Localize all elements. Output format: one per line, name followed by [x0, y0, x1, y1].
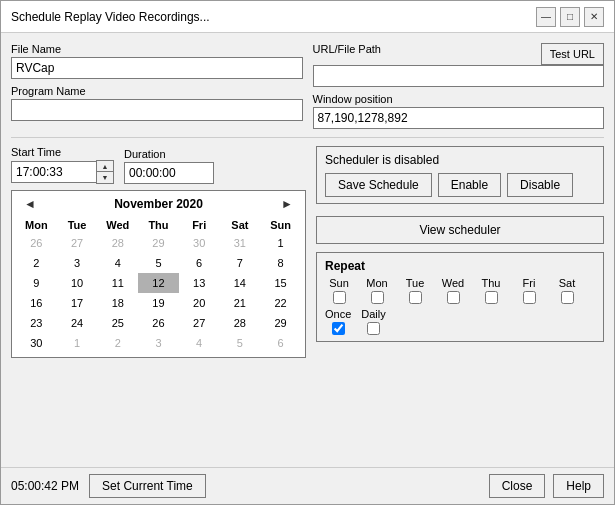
calendar-week-row: 2627282930311 — [16, 233, 301, 253]
calendar-day-cell[interactable]: 31 — [220, 233, 261, 253]
minimize-button[interactable]: — — [536, 7, 556, 27]
start-time-input[interactable] — [11, 161, 96, 183]
calendar-week-row: 9101112131415 — [16, 273, 301, 293]
program-name-label: Program Name — [11, 85, 303, 97]
scheduler-buttons: Save Schedule Enable Disable — [325, 173, 595, 197]
calendar-day-cell[interactable]: 26 — [138, 313, 179, 333]
disable-button[interactable]: Disable — [507, 173, 573, 197]
calendar-day-cell[interactable]: 6 — [179, 253, 220, 273]
calendar-day-cell[interactable]: 27 — [57, 233, 98, 253]
help-button[interactable]: Help — [553, 474, 604, 498]
test-url-button[interactable]: Test URL — [541, 43, 604, 65]
daily-checkbox[interactable] — [367, 322, 380, 335]
calendar-day-cell[interactable]: 29 — [260, 313, 301, 333]
calendar-day-cell[interactable]: 1 — [260, 233, 301, 253]
start-time-group: Start Time ▲ ▼ — [11, 146, 114, 184]
calendar-day-cell[interactable]: 26 — [16, 233, 57, 253]
save-schedule-button[interactable]: Save Schedule — [325, 173, 432, 197]
calendar-day-cell[interactable]: 10 — [57, 273, 98, 293]
repeat-day-col: Thu — [477, 277, 505, 304]
calendar-thead: MonTueWedThuFriSatSun — [16, 217, 301, 233]
calendar-week-row: 2345678 — [16, 253, 301, 273]
calendar-day-cell[interactable]: 23 — [16, 313, 57, 333]
close-window-button[interactable]: ✕ — [584, 7, 604, 27]
calendar-day-cell[interactable]: 4 — [97, 253, 138, 273]
calendar-day-cell[interactable]: 17 — [57, 293, 98, 313]
calendar-day-cell[interactable]: 2 — [97, 333, 138, 353]
calendar-day-cell[interactable]: 21 — [220, 293, 261, 313]
calendar-day-cell[interactable]: 9 — [16, 273, 57, 293]
repeat-day-col: Mon — [363, 277, 391, 304]
current-time-display: 05:00:42 PM — [11, 479, 79, 493]
calendar-day-cell[interactable]: 5 — [138, 253, 179, 273]
calendar-day-cell[interactable]: 3 — [57, 253, 98, 273]
window-position-label: Window position — [313, 93, 605, 105]
calendar-prev-button[interactable]: ◄ — [20, 197, 40, 211]
spin-up-button[interactable]: ▲ — [97, 161, 113, 172]
repeat-day-checkbox[interactable] — [447, 291, 460, 304]
calendar-day-cell[interactable]: 8 — [260, 253, 301, 273]
calendar-next-button[interactable]: ► — [277, 197, 297, 211]
calendar-day-cell[interactable]: 22 — [260, 293, 301, 313]
spin-down-button[interactable]: ▼ — [97, 172, 113, 183]
view-scheduler-button[interactable]: View scheduler — [316, 216, 604, 244]
calendar-day-cell[interactable]: 20 — [179, 293, 220, 313]
url-input[interactable] — [313, 65, 605, 87]
calendar-day-cell[interactable]: 24 — [57, 313, 98, 333]
calendar-day-cell[interactable]: 29 — [138, 233, 179, 253]
daily-label: Daily — [361, 308, 385, 320]
repeat-day-checkbox[interactable] — [371, 291, 384, 304]
calendar-day-cell[interactable]: 7 — [220, 253, 261, 273]
left-panel: Start Time ▲ ▼ Duration — [11, 146, 306, 457]
window-title: Schedule Replay Video Recordings... — [11, 10, 210, 24]
scheduler-status-box: Scheduler is disabled Save Schedule Enab… — [316, 146, 604, 204]
time-row: Start Time ▲ ▼ Duration — [11, 146, 306, 184]
url-label: URL/File Path — [313, 43, 381, 55]
enable-button[interactable]: Enable — [438, 173, 501, 197]
cal-day-header: Tue — [57, 217, 98, 233]
maximize-button[interactable]: □ — [560, 7, 580, 27]
repeat-day-checkbox[interactable] — [409, 291, 422, 304]
calendar-day-cell[interactable]: 27 — [179, 313, 220, 333]
calendar-day-cell[interactable]: 18 — [97, 293, 138, 313]
file-name-input[interactable] — [11, 57, 303, 79]
calendar-day-cell[interactable]: 14 — [220, 273, 261, 293]
start-time-spin: ▲ ▼ — [96, 160, 114, 184]
program-name-group: Program Name — [11, 85, 303, 121]
calendar-grid: MonTueWedThuFriSatSun 262728293031123456… — [16, 217, 301, 353]
calendar-day-cell[interactable]: 2 — [16, 253, 57, 273]
calendar-day-cell[interactable]: 16 — [16, 293, 57, 313]
repeat-day-checkbox[interactable] — [485, 291, 498, 304]
calendar-day-cell[interactable]: 28 — [97, 233, 138, 253]
calendar-day-cell[interactable]: 6 — [260, 333, 301, 353]
program-name-input[interactable] — [11, 99, 303, 121]
calendar-day-cell[interactable]: 15 — [260, 273, 301, 293]
calendar-day-cell[interactable]: 4 — [179, 333, 220, 353]
calendar-header: ◄ November 2020 ► — [16, 195, 301, 213]
repeat-day-label: Thu — [482, 277, 501, 289]
repeat-day-label: Wed — [442, 277, 464, 289]
calendar-day-cell[interactable]: 1 — [57, 333, 98, 353]
calendar-day-cell[interactable]: 12 — [138, 273, 179, 293]
repeat-once-daily-row: Once Daily — [325, 308, 595, 335]
window-position-input[interactable] — [313, 107, 605, 129]
calendar-day-cell[interactable]: 13 — [179, 273, 220, 293]
calendar-day-cell[interactable]: 3 — [138, 333, 179, 353]
repeat-day-checkbox[interactable] — [561, 291, 574, 304]
repeat-day-checkbox[interactable] — [523, 291, 536, 304]
url-group: URL/File Path Test URL — [313, 43, 605, 87]
calendar-day-cell[interactable]: 19 — [138, 293, 179, 313]
calendar-day-cell[interactable]: 11 — [97, 273, 138, 293]
calendar-day-cell[interactable]: 28 — [220, 313, 261, 333]
file-name-group: File Name — [11, 43, 303, 79]
duration-input[interactable] — [124, 162, 214, 184]
close-button[interactable]: Close — [489, 474, 546, 498]
calendar-day-cell[interactable]: 25 — [97, 313, 138, 333]
calendar-day-cell[interactable]: 5 — [220, 333, 261, 353]
repeat-day-checkbox[interactable] — [333, 291, 346, 304]
set-current-time-button[interactable]: Set Current Time — [89, 474, 206, 498]
calendar-day-cell[interactable]: 30 — [179, 233, 220, 253]
calendar-day-cell[interactable]: 30 — [16, 333, 57, 353]
right-top-fields: URL/File Path Test URL Window position — [313, 43, 605, 129]
once-checkbox[interactable] — [332, 322, 345, 335]
